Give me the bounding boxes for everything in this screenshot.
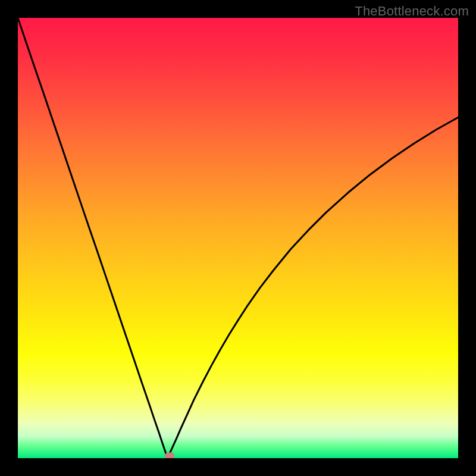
bottleneck-curve [18, 18, 458, 458]
plot-area [18, 18, 458, 458]
optimum-marker-icon [165, 453, 174, 458]
watermark-label: TheBottleneck.com [355, 4, 469, 19]
chart-frame: TheBottleneck.com [0, 0, 476, 476]
